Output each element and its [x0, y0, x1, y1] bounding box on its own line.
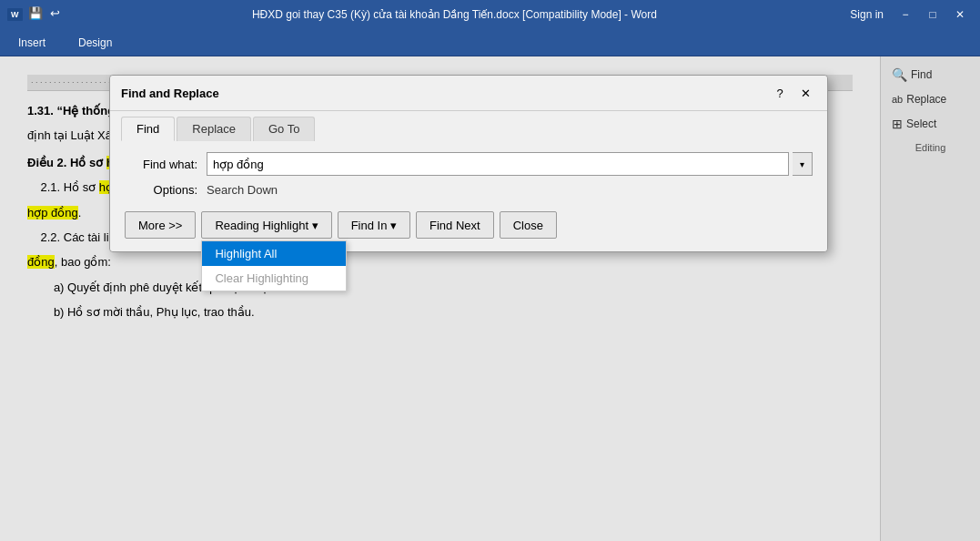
tab-find[interactable]: Find — [121, 117, 175, 141]
tab-replace[interactable]: Replace — [177, 117, 251, 141]
dialog-title: Find and Replace — [121, 87, 219, 100]
find-what-row: Find what: ▾ — [125, 152, 813, 176]
find-in-button[interactable]: Find In ▾ — [338, 211, 410, 239]
find-what-input[interactable] — [207, 152, 789, 176]
reading-highlight-dropdown: Highlight All Clear Highlighting — [201, 240, 347, 291]
dialog-titlebar-buttons: ? ✕ — [769, 83, 816, 103]
find-what-label: Find what: — [125, 158, 207, 171]
find-next-button[interactable]: Find Next — [416, 211, 494, 239]
dialog-close-btn[interactable]: Close — [500, 211, 557, 239]
dialog-titlebar: Find and Replace ? ✕ — [110, 76, 827, 111]
find-input-container: ▾ — [207, 152, 813, 176]
tab-goto[interactable]: Go To — [253, 117, 315, 141]
options-label: Options: — [125, 183, 207, 197]
maximize-button[interactable]: □ — [920, 2, 945, 27]
window-title: HĐXD goi thay C35 (Kỳ) cửa tài khoản Dần… — [66, 8, 844, 21]
dialog-tabs: Find Replace Go To — [110, 111, 827, 141]
highlight-all-item[interactable]: Highlight All — [202, 241, 346, 266]
word-icon: W — [7, 8, 23, 21]
reading-highlight-button[interactable]: Reading Highlight ▾ — [201, 211, 331, 239]
title-bar-app-icons: W 💾 ↩ — [7, 6, 66, 23]
ribbon-tab-design[interactable]: Design — [71, 33, 119, 53]
ribbon: Insert Design — [0, 29, 980, 56]
reading-highlight-container: Reading Highlight ▾ Highlight All Clear … — [201, 211, 331, 239]
window-controls: Sign in − □ ✕ — [843, 2, 973, 27]
options-row: Options: Search Down — [125, 183, 813, 197]
dialog-help-button[interactable]: ? — [769, 83, 791, 103]
minimize-button[interactable]: − — [893, 2, 918, 27]
document-area: 🔍 Find ab Replace ⊞ Select Editing · · ·… — [0, 56, 980, 541]
clear-highlighting-item[interactable]: Clear Highlighting — [202, 266, 346, 291]
dialog-action-buttons: More >> Reading Highlight ▾ Highlight Al… — [125, 211, 813, 239]
close-window-button[interactable]: ✕ — [947, 2, 973, 27]
ribbon-tab-insert[interactable]: Insert — [11, 33, 53, 53]
options-value: Search Down — [207, 183, 278, 197]
find-dropdown-btn[interactable]: ▾ — [793, 152, 813, 176]
dialog-body: Find what: ▾ Options: Search Down More >… — [110, 141, 827, 251]
title-bar: W 💾 ↩ HĐXD goi thay C35 (Kỳ) cửa tài kho… — [0, 0, 980, 29]
find-replace-dialog: Find and Replace ? ✕ Find Replace Go To … — [109, 75, 828, 252]
signin-button[interactable]: Sign in — [843, 2, 891, 27]
more-button[interactable]: More >> — [125, 211, 196, 239]
undo-icon[interactable]: ↩ — [50, 6, 66, 23]
save-icon[interactable]: 💾 — [28, 6, 45, 23]
dialog-close-button[interactable]: ✕ — [794, 83, 816, 103]
